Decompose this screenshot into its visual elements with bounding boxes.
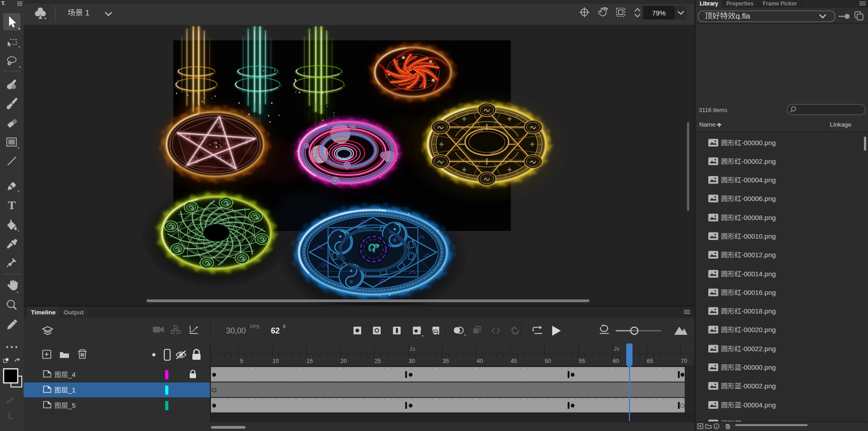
svg-text:35: 35: [443, 358, 449, 364]
svg-text:65: 65: [647, 358, 653, 364]
svg-text:55: 55: [579, 358, 585, 364]
svg-text:25: 25: [375, 358, 381, 364]
svg-text:5: 5: [240, 358, 243, 364]
svg-text:30,00: 30,00: [226, 326, 246, 335]
svg-text:F: F: [283, 324, 286, 329]
svg-text:70: 70: [681, 358, 687, 364]
svg-text:10: 10: [273, 358, 279, 364]
svg-text:30: 30: [409, 358, 415, 364]
svg-text:60: 60: [613, 358, 619, 364]
svg-text:1s: 1s: [410, 346, 415, 352]
svg-text:FPS: FPS: [250, 324, 259, 329]
svg-text:Output: Output: [64, 309, 84, 316]
svg-text:50: 50: [545, 358, 551, 364]
svg-text:2s: 2s: [613, 346, 619, 352]
svg-text:A: A: [418, 325, 422, 331]
svg-text:20: 20: [341, 358, 347, 364]
svg-text:Timeline: Timeline: [31, 309, 56, 316]
svg-text:40: 40: [477, 358, 483, 364]
svg-text:15: 15: [307, 358, 313, 364]
svg-text:T: T: [8, 199, 15, 212]
svg-text:79%: 79%: [652, 9, 666, 17]
svg-text:45: 45: [511, 358, 517, 364]
svg-text:62: 62: [271, 326, 280, 335]
